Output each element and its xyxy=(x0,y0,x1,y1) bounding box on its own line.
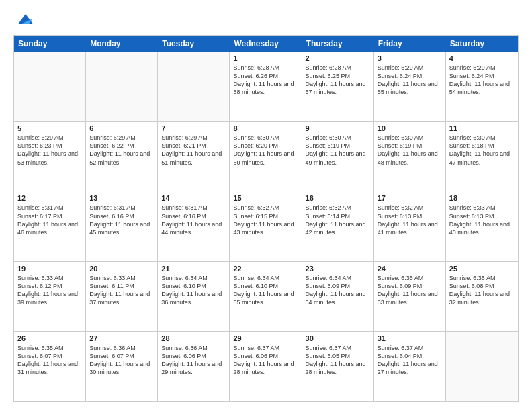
day-info: Sunrise: 6:32 AMSunset: 6:14 PMDaylight:… xyxy=(306,203,370,236)
day-number: 12 xyxy=(17,194,82,202)
day-number: 29 xyxy=(233,334,298,342)
day-info: Sunrise: 6:34 AMSunset: 6:09 PMDaylight:… xyxy=(306,274,370,307)
empty-cell xyxy=(158,52,230,121)
day-cell-23: 23Sunrise: 6:34 AMSunset: 6:09 PMDayligh… xyxy=(302,262,374,331)
day-info: Sunrise: 6:32 AMSunset: 6:15 PMDaylight:… xyxy=(233,203,298,236)
week-row-3: 12Sunrise: 6:31 AMSunset: 6:17 PMDayligh… xyxy=(14,191,518,261)
day-cell-27: 27Sunrise: 6:36 AMSunset: 6:07 PMDayligh… xyxy=(86,332,158,401)
calendar: SundayMondayTuesdayWednesdayThursdayFrid… xyxy=(13,35,519,402)
week-row-1: 1Sunrise: 6:28 AMSunset: 6:26 PMDaylight… xyxy=(14,52,518,122)
day-cell-20: 20Sunrise: 6:33 AMSunset: 6:11 PMDayligh… xyxy=(86,262,158,331)
day-cell-10: 10Sunrise: 6:30 AMSunset: 6:19 PMDayligh… xyxy=(374,122,446,191)
day-cell-29: 29Sunrise: 6:37 AMSunset: 6:06 PMDayligh… xyxy=(230,332,302,401)
calendar-body: 1Sunrise: 6:28 AMSunset: 6:26 PMDaylight… xyxy=(14,52,518,401)
day-info: Sunrise: 6:29 AMSunset: 6:22 PMDaylight:… xyxy=(89,134,154,167)
day-number: 7 xyxy=(161,124,226,132)
logo-icon xyxy=(16,9,35,28)
day-cell-30: 30Sunrise: 6:37 AMSunset: 6:05 PMDayligh… xyxy=(302,332,374,401)
week-row-2: 5Sunrise: 6:29 AMSunset: 6:23 PMDaylight… xyxy=(14,122,518,191)
day-cell-8: 8Sunrise: 6:30 AMSunset: 6:20 PMDaylight… xyxy=(230,122,302,191)
day-info: Sunrise: 6:30 AMSunset: 6:20 PMDaylight:… xyxy=(233,134,298,167)
header-day-monday: Monday xyxy=(86,36,158,52)
header-day-wednesday: Wednesday xyxy=(230,36,302,52)
day-info: Sunrise: 6:31 AMSunset: 6:16 PMDaylight:… xyxy=(161,203,226,236)
day-info: Sunrise: 6:29 AMSunset: 6:23 PMDaylight:… xyxy=(17,134,82,167)
day-info: Sunrise: 6:31 AMSunset: 6:16 PMDaylight:… xyxy=(89,203,154,236)
day-number: 31 xyxy=(378,334,442,342)
day-number: 20 xyxy=(89,265,154,273)
day-cell-21: 21Sunrise: 6:34 AMSunset: 6:10 PMDayligh… xyxy=(158,262,230,331)
day-number: 26 xyxy=(17,334,82,342)
empty-cell xyxy=(14,52,86,121)
header-day-thursday: Thursday xyxy=(302,36,374,52)
day-cell-28: 28Sunrise: 6:36 AMSunset: 6:06 PMDayligh… xyxy=(158,332,230,401)
day-number: 2 xyxy=(306,54,370,62)
day-cell-3: 3Sunrise: 6:29 AMSunset: 6:24 PMDaylight… xyxy=(374,52,446,121)
day-cell-14: 14Sunrise: 6:31 AMSunset: 6:16 PMDayligh… xyxy=(158,191,230,261)
day-number: 5 xyxy=(17,124,82,132)
header xyxy=(13,12,519,28)
week-row-4: 19Sunrise: 6:33 AMSunset: 6:12 PMDayligh… xyxy=(14,262,518,332)
day-info: Sunrise: 6:35 AMSunset: 6:07 PMDaylight:… xyxy=(17,344,82,377)
day-info: Sunrise: 6:33 AMSunset: 6:13 PMDaylight:… xyxy=(449,203,515,236)
day-info: Sunrise: 6:28 AMSunset: 6:25 PMDaylight:… xyxy=(306,64,370,97)
day-number: 25 xyxy=(449,265,515,273)
day-info: Sunrise: 6:29 AMSunset: 6:21 PMDaylight:… xyxy=(161,134,226,167)
day-info: Sunrise: 6:30 AMSunset: 6:18 PMDaylight:… xyxy=(449,134,515,167)
day-number: 28 xyxy=(161,334,226,342)
day-info: Sunrise: 6:35 AMSunset: 6:08 PMDaylight:… xyxy=(449,274,515,307)
day-info: Sunrise: 6:36 AMSunset: 6:07 PMDaylight:… xyxy=(89,344,154,377)
day-number: 13 xyxy=(89,194,154,202)
day-number: 30 xyxy=(306,334,370,342)
day-number: 18 xyxy=(449,194,515,202)
day-number: 23 xyxy=(306,265,370,273)
day-cell-2: 2Sunrise: 6:28 AMSunset: 6:25 PMDaylight… xyxy=(302,52,374,121)
day-info: Sunrise: 6:33 AMSunset: 6:11 PMDaylight:… xyxy=(89,274,154,307)
day-number: 22 xyxy=(233,265,298,273)
day-number: 17 xyxy=(378,194,442,202)
day-number: 24 xyxy=(378,265,442,273)
day-info: Sunrise: 6:37 AMSunset: 6:05 PMDaylight:… xyxy=(306,344,370,377)
day-info: Sunrise: 6:28 AMSunset: 6:26 PMDaylight:… xyxy=(233,64,298,97)
day-number: 11 xyxy=(449,124,515,132)
day-number: 9 xyxy=(306,124,370,132)
day-cell-11: 11Sunrise: 6:30 AMSunset: 6:18 PMDayligh… xyxy=(446,122,518,191)
day-number: 3 xyxy=(378,54,442,62)
day-cell-5: 5Sunrise: 6:29 AMSunset: 6:23 PMDaylight… xyxy=(14,122,86,191)
day-cell-4: 4Sunrise: 6:29 AMSunset: 6:24 PMDaylight… xyxy=(446,52,518,121)
day-number: 1 xyxy=(233,54,298,62)
empty-cell xyxy=(446,332,518,401)
day-info: Sunrise: 6:37 AMSunset: 6:04 PMDaylight:… xyxy=(378,344,442,377)
day-cell-25: 25Sunrise: 6:35 AMSunset: 6:08 PMDayligh… xyxy=(446,262,518,331)
week-row-5: 26Sunrise: 6:35 AMSunset: 6:07 PMDayligh… xyxy=(14,332,518,401)
day-info: Sunrise: 6:37 AMSunset: 6:06 PMDaylight:… xyxy=(233,344,298,377)
day-info: Sunrise: 6:29 AMSunset: 6:24 PMDaylight:… xyxy=(449,64,515,97)
day-cell-22: 22Sunrise: 6:34 AMSunset: 6:10 PMDayligh… xyxy=(230,262,302,331)
day-cell-17: 17Sunrise: 6:32 AMSunset: 6:13 PMDayligh… xyxy=(374,191,446,261)
day-info: Sunrise: 6:31 AMSunset: 6:17 PMDaylight:… xyxy=(17,203,82,236)
day-cell-19: 19Sunrise: 6:33 AMSunset: 6:12 PMDayligh… xyxy=(14,262,86,331)
header-day-tuesday: Tuesday xyxy=(158,36,230,52)
day-number: 8 xyxy=(233,124,298,132)
day-cell-26: 26Sunrise: 6:35 AMSunset: 6:07 PMDayligh… xyxy=(14,332,86,401)
day-number: 27 xyxy=(89,334,154,342)
day-info: Sunrise: 6:29 AMSunset: 6:24 PMDaylight:… xyxy=(378,64,442,97)
page: SundayMondayTuesdayWednesdayThursdayFrid… xyxy=(0,0,532,411)
day-number: 21 xyxy=(161,265,226,273)
day-info: Sunrise: 6:35 AMSunset: 6:09 PMDaylight:… xyxy=(378,274,442,307)
day-number: 10 xyxy=(378,124,442,132)
day-cell-16: 16Sunrise: 6:32 AMSunset: 6:14 PMDayligh… xyxy=(302,191,374,261)
day-number: 16 xyxy=(306,194,370,202)
logo xyxy=(13,12,35,28)
day-info: Sunrise: 6:30 AMSunset: 6:19 PMDaylight:… xyxy=(306,134,370,167)
day-number: 4 xyxy=(449,54,515,62)
day-info: Sunrise: 6:32 AMSunset: 6:13 PMDaylight:… xyxy=(378,203,442,236)
day-cell-31: 31Sunrise: 6:37 AMSunset: 6:04 PMDayligh… xyxy=(374,332,446,401)
day-cell-9: 9Sunrise: 6:30 AMSunset: 6:19 PMDaylight… xyxy=(302,122,374,191)
day-cell-24: 24Sunrise: 6:35 AMSunset: 6:09 PMDayligh… xyxy=(374,262,446,331)
day-cell-1: 1Sunrise: 6:28 AMSunset: 6:26 PMDaylight… xyxy=(230,52,302,121)
day-cell-12: 12Sunrise: 6:31 AMSunset: 6:17 PMDayligh… xyxy=(14,191,86,261)
day-cell-18: 18Sunrise: 6:33 AMSunset: 6:13 PMDayligh… xyxy=(446,191,518,261)
day-cell-15: 15Sunrise: 6:32 AMSunset: 6:15 PMDayligh… xyxy=(230,191,302,261)
day-number: 14 xyxy=(161,194,226,202)
